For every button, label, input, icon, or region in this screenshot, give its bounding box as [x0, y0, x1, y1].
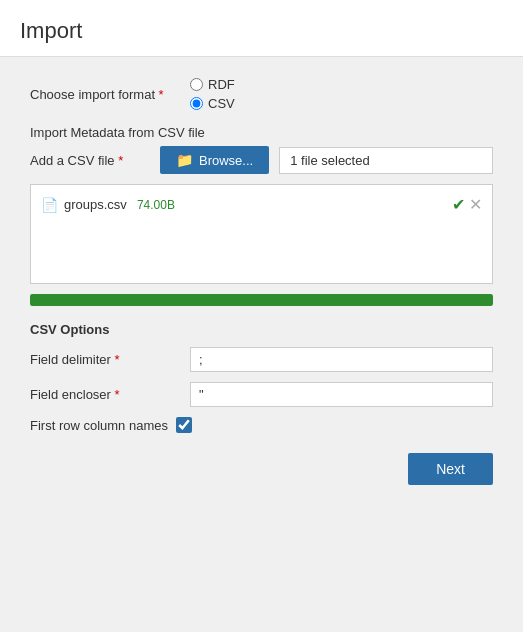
format-label-text: Choose import format [30, 87, 155, 102]
footer-row: Next [30, 453, 493, 485]
field-encloser-label: Field encloser * [30, 387, 190, 402]
field-delimiter-input[interactable] [190, 347, 493, 372]
field-encloser-label-text: Field encloser [30, 387, 111, 402]
field-encloser-row: Field encloser * [30, 382, 493, 407]
first-row-label: First row column names [30, 418, 168, 433]
rdf-radio[interactable] [190, 78, 203, 91]
file-doc-icon: 📄 [41, 197, 58, 213]
file-list-box: 📄 groups.csv 74.00B ✔ ✕ [30, 184, 493, 284]
file-remove-icon[interactable]: ✕ [469, 195, 482, 214]
field-encloser-input[interactable] [190, 382, 493, 407]
browse-label-text: Browse... [199, 153, 253, 168]
format-radio-group: RDF CSV [190, 77, 235, 111]
content-area: Choose import format * RDF CSV Import Me… [0, 57, 523, 632]
file-check-icon[interactable]: ✔ [452, 195, 465, 214]
next-button[interactable]: Next [408, 453, 493, 485]
file-item: 📄 groups.csv 74.00B ✔ ✕ [41, 195, 482, 214]
first-row-row: First row column names [30, 417, 493, 433]
browse-folder-icon: 📁 [176, 152, 193, 168]
file-actions: ✔ ✕ [452, 195, 482, 214]
file-size: 74.00B [137, 198, 175, 212]
csv-options-section: CSV Options Field delimiter * Field encl… [30, 322, 493, 433]
rdf-label: RDF [208, 77, 235, 92]
add-file-label-text: Add a CSV file [30, 153, 115, 168]
add-file-required-star: * [115, 153, 124, 168]
first-row-checkbox[interactable] [176, 417, 192, 433]
csv-radio[interactable] [190, 97, 203, 110]
progress-bar-container [30, 294, 493, 306]
field-encloser-required: * [111, 387, 120, 402]
format-row: Choose import format * RDF CSV [30, 77, 493, 111]
csv-label: CSV [208, 96, 235, 111]
browse-button[interactable]: 📁 Browse... [160, 146, 269, 174]
field-delimiter-label-text: Field delimiter [30, 352, 111, 367]
csv-options-title: CSV Options [30, 322, 493, 337]
import-page: Import Choose import format * RDF CSV [0, 0, 523, 632]
rdf-option[interactable]: RDF [190, 77, 235, 92]
field-delimiter-row: Field delimiter * [30, 347, 493, 372]
add-file-label: Add a CSV file * [30, 153, 150, 168]
field-delimiter-label: Field delimiter * [30, 352, 190, 367]
format-section: Choose import format * RDF CSV [30, 77, 493, 111]
format-required-star: * [155, 87, 164, 102]
page-title: Import [0, 0, 523, 57]
csv-option[interactable]: CSV [190, 96, 235, 111]
progress-bar-fill [30, 294, 493, 306]
file-section: Import Metadata from CSV file Add a CSV … [30, 125, 493, 306]
file-selected-indicator: 1 file selected [279, 147, 493, 174]
browse-row: Add a CSV file * 📁 Browse... 1 file sele… [30, 146, 493, 174]
field-delimiter-required: * [111, 352, 120, 367]
format-label: Choose import format * [30, 87, 190, 102]
file-name: groups.csv [64, 197, 127, 212]
metadata-label: Import Metadata from CSV file [30, 125, 493, 140]
